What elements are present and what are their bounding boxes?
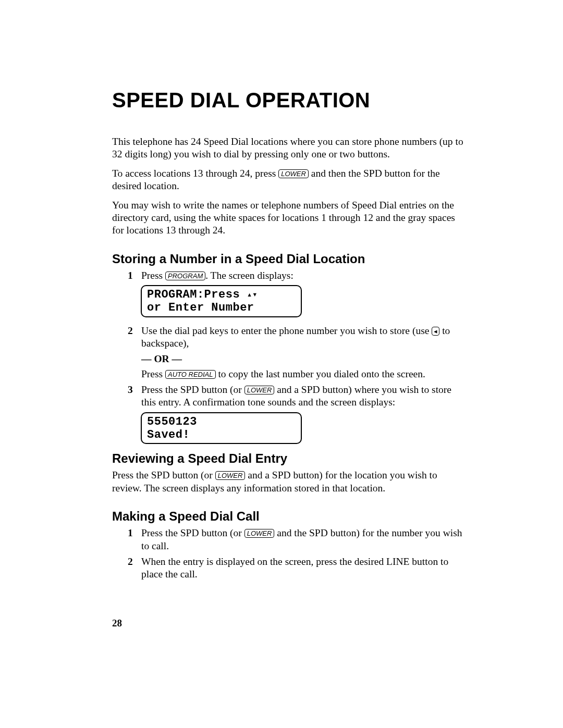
step-number: 1: [128, 269, 133, 282]
lcd-line-1: 5550123: [147, 415, 296, 428]
lcd-line-1: PROGRAM:Press ▴▾: [147, 288, 296, 301]
storing-step-2: 2 Use the dial pad keys to enter the pho…: [128, 325, 464, 381]
auto-redial-key-icon: AUTO REDIAL: [165, 370, 215, 379]
step-text-a: Press: [141, 368, 165, 379]
step-text-b: to copy the last number you dialed onto …: [216, 368, 425, 379]
page-number: 28: [112, 618, 122, 629]
step-text-a: Press: [141, 270, 165, 281]
intro-p2-text-a: To access locations 13 through 24, press: [112, 168, 278, 179]
step-number: 2: [128, 325, 133, 337]
step-number: 2: [128, 556, 133, 568]
making-steps: 1 Press the SPD button (or LOWER and the…: [128, 527, 464, 581]
lcd-text: PROGRAM:Press: [147, 288, 247, 301]
lower-key-icon: LOWER: [244, 386, 275, 394]
making-heading: Making a Speed Dial Call: [112, 509, 464, 524]
step-text: When the entry is displayed on the scree…: [141, 556, 448, 579]
lcd-line-2: or Enter Number: [147, 301, 296, 314]
or-separator: — OR —: [141, 353, 464, 365]
lcd-display-program: PROGRAM:Press ▴▾ or Enter Number: [141, 285, 302, 317]
intro-para-2: To access locations 13 through 24, press…: [112, 167, 464, 193]
storing-step-3: 3 Press the SPD button (or LOWER and a S…: [128, 384, 464, 409]
storing-steps-cont: 2 Use the dial pad keys to enter the pho…: [128, 325, 464, 409]
manual-page: SPEED DIAL OPERATION This telephone has …: [0, 0, 563, 728]
lower-key-icon: LOWER: [244, 529, 275, 538]
storing-heading: Storing a Number in a Speed Dial Locatio…: [112, 252, 464, 266]
reviewing-heading: Reviewing a Speed Dial Entry: [112, 451, 464, 466]
step-text-a: Use the dial pad keys to enter the phone…: [141, 325, 432, 336]
reviewing-para: Press the SPD button (or LOWER and a SPD…: [112, 469, 464, 495]
program-key-icon: PROGRAM: [165, 272, 205, 280]
lcd-line-2: Saved!: [147, 428, 296, 441]
up-down-arrows-icon: ▴▾: [247, 290, 258, 300]
review-text-a: Press the SPD button (or: [112, 470, 215, 480]
step-number: 3: [128, 384, 133, 396]
step-2-alt: Press AUTO REDIAL to copy the last numbe…: [141, 368, 464, 380]
step-text-a: Press the SPD button (or: [141, 384, 244, 395]
making-step-1: 1 Press the SPD button (or LOWER and the…: [128, 527, 464, 552]
step-text-b: . The screen displays:: [205, 270, 293, 281]
step-text-a: Press the SPD button (or: [141, 527, 244, 538]
intro-para-1: This telephone has 24 Speed Dial locatio…: [112, 135, 464, 161]
lcd-display-saved: 5550123 Saved!: [141, 412, 302, 445]
lower-key-icon: LOWER: [215, 471, 246, 480]
intro-para-3: You may wish to write the names or telep…: [112, 199, 464, 237]
page-title: SPEED DIAL OPERATION: [112, 89, 464, 112]
lower-key-icon: LOWER: [278, 169, 309, 178]
step-number: 1: [128, 527, 133, 539]
storing-step-1: 1 Press PROGRAM. The screen displays:: [128, 269, 464, 282]
storing-steps: 1 Press PROGRAM. The screen displays:: [128, 269, 464, 282]
left-arrow-key-icon: ◂: [432, 327, 439, 336]
making-step-2: 2 When the entry is displayed on the scr…: [128, 556, 464, 581]
